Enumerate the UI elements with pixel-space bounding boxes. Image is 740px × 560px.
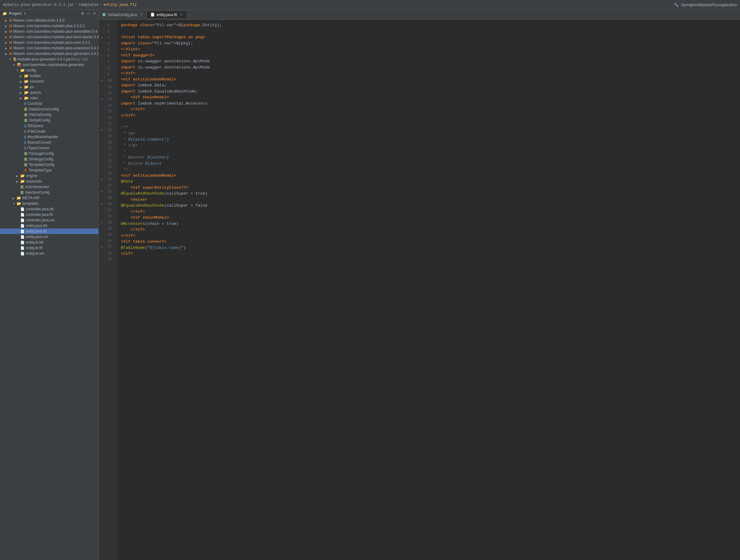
tree-arrow-maven-generator[interactable]: ▶ bbox=[5, 52, 9, 56]
tree-item-META-INF[interactable]: ▶📂META-INF bbox=[0, 195, 98, 201]
tree-arrow-maven-core[interactable]: ▶ bbox=[5, 41, 9, 44]
line-num-19: 19 bbox=[107, 133, 115, 139]
tree-icon-controller-btl: 📄 bbox=[20, 207, 25, 211]
tree-arrow-keywords[interactable]: ▶ bbox=[16, 180, 20, 183]
tab-entityftl[interactable]: 📄entity.java.ftl✕ bbox=[147, 11, 187, 18]
tree-arrow-maven-plus[interactable]: ▶ bbox=[5, 24, 9, 28]
tree-item-rules[interactable]: ▶📂rules bbox=[0, 95, 98, 101]
line-num-17: 17 bbox=[107, 121, 115, 127]
fold-35 bbox=[99, 232, 104, 238]
tree-arrow-META-INF[interactable]: ▶ bbox=[12, 196, 17, 200]
tree-item-keywords[interactable]: ▶📂keywords bbox=[0, 179, 98, 184]
tree-arrow-pkg-generator[interactable]: ▼ bbox=[12, 63, 17, 67]
line-num-27: 27 bbox=[107, 183, 115, 189]
tree-arrow-builder[interactable]: ▶ bbox=[20, 74, 24, 78]
tree-item-engine[interactable]: ▶📂engine bbox=[0, 173, 98, 179]
breadcrumb-file[interactable]: entity.java.ftl bbox=[104, 3, 137, 7]
fold-13: ▼ bbox=[99, 96, 104, 102]
tree-icon-entity-ftl: 📄 bbox=[20, 229, 25, 234]
tree-item-builder[interactable]: ▶📂builder bbox=[0, 73, 98, 79]
tree-arrow-maven-boot[interactable]: ▶ bbox=[5, 35, 9, 39]
tree-item-IDbQuery[interactable]: IIDbQuery bbox=[0, 123, 98, 128]
tree-item-config[interactable]: ▼📂config bbox=[0, 68, 98, 73]
tab-close-entityftl[interactable]: ✕ bbox=[180, 13, 183, 17]
folder-icon: 📁 bbox=[2, 11, 7, 16]
tree-item-pkg-generator[interactable]: ▼📦com.baomidou.mybatisplus.generator bbox=[0, 62, 98, 68]
tree-item-maven-annotation[interactable]: ▶MMaven: com.baomidou:mybatis-plus-annot… bbox=[0, 29, 98, 34]
tree-item-converts[interactable]: ▶📂converts bbox=[0, 79, 98, 84]
tree-item-GlobalConfig[interactable]: CGlobalConfig bbox=[0, 117, 98, 123]
tree-item-FileOutConfig[interactable]: CFileOutConfig bbox=[0, 112, 98, 117]
tree-item-maven-plus[interactable]: ▶MMaven: com.baomidou:mybatis-plus:3.4.3… bbox=[0, 23, 98, 29]
fold-3: ▼ bbox=[99, 34, 104, 41]
tree-item-TemplateConfig[interactable]: CTemplateConfig bbox=[0, 162, 98, 168]
code-line-7: import io.swagger.annotations.ApiMode bbox=[121, 58, 736, 65]
tree-item-StrategyConfig[interactable]: CStrategyConfig bbox=[0, 156, 98, 162]
tree-item-controller-btl[interactable]: 📄controller.java.btl bbox=[0, 206, 98, 212]
fold-2 bbox=[99, 28, 104, 34]
tree-item-controller-vm[interactable]: 📄controller.java.vm bbox=[0, 217, 98, 223]
tree-icon-pkg-generator: 📦 bbox=[17, 63, 21, 67]
tree-arrow-templates[interactable]: ▼ bbox=[12, 202, 17, 205]
fold-19 bbox=[99, 133, 104, 139]
tree-item-TemplateType[interactable]: ETemplateType bbox=[0, 168, 98, 173]
tab-globalconfig[interactable]: CGlobalConfig.java✕ bbox=[99, 11, 147, 18]
tree-arrow-po[interactable]: ▶ bbox=[20, 85, 24, 89]
line-num-33: 33 bbox=[107, 219, 115, 226]
tree-item-maven-tools[interactable]: ▶MMaven: com.alibaba.tools:1.8.0 bbox=[0, 18, 98, 23]
tree-item-maven-extension[interactable]: ▶MMaven: com.baomidou:mybatis-plus-exten… bbox=[0, 45, 98, 51]
code-line-33: <#if chainModel> bbox=[121, 215, 736, 221]
tree-icon-entity-kt-ftl: 📄 bbox=[20, 246, 25, 250]
tree-item-querys[interactable]: ▶📂querys bbox=[0, 90, 98, 95]
tree-item-entity-vm[interactable]: 📄entity.java.vm bbox=[0, 234, 98, 240]
tree-item-PackageConfig[interactable]: CPackageConfig bbox=[0, 151, 98, 156]
code-line-22: * bbox=[121, 149, 736, 155]
tree-item-maven-boot[interactable]: ▶MMaven: com.baomidou:mybatis-plus-boot-… bbox=[0, 34, 98, 40]
tree-arrow-maven-extension[interactable]: ▶ bbox=[5, 46, 9, 50]
gear-icon[interactable]: ⚙ bbox=[81, 11, 84, 16]
tree-container[interactable]: ▶MMaven: com.alibaba.tools:1.8.0▶MMaven:… bbox=[0, 18, 98, 560]
line-num-1: 1 bbox=[107, 22, 115, 28]
breadcrumb-jar[interactable]: mybatis-plus-generator-3.4.1.jar bbox=[3, 3, 74, 7]
tree-text-controller-btl: controller.java.btl bbox=[26, 207, 54, 211]
tree-item-entity-kt-ftl[interactable]: 📄entity.kt.ftl bbox=[0, 245, 98, 251]
breadcrumb-folder[interactable]: templates bbox=[79, 3, 99, 7]
tree-arrow-jar-root[interactable]: ▼ bbox=[9, 58, 13, 61]
line-num-24: 24 bbox=[107, 164, 115, 170]
tree-item-InjectionConfig[interactable]: CInjectionConfig bbox=[0, 190, 98, 195]
tree-item-maven-generator[interactable]: ▶MMaven: com.baomidou:mybatis-plus-gener… bbox=[0, 51, 98, 57]
project-dropdown-icon[interactable]: ▼ bbox=[23, 12, 27, 15]
tree-arrow-config[interactable]: ▼ bbox=[16, 69, 20, 72]
collapse-icon[interactable]: — bbox=[87, 11, 90, 16]
tree-item-po[interactable]: ▶📂po bbox=[0, 84, 98, 90]
tree-item-entity-btl[interactable]: 📄entity.java.btl bbox=[0, 223, 98, 228]
tree-item-ConstVal[interactable]: IConstVal bbox=[0, 101, 98, 106]
tree-item-DataSourceConfig[interactable]: CDataSourceConfig bbox=[0, 106, 98, 112]
tree-item-entity-kt-btl[interactable]: 📄entity.kt.btl bbox=[0, 240, 98, 245]
tree-arrow-maven-tools[interactable]: ▶ bbox=[5, 19, 9, 22]
tree-item-maven-core[interactable]: ▶MMaven: com.baomidou:mybatis-plus-core:… bbox=[0, 40, 98, 45]
tree-item-IFileCreate[interactable]: IIFileCreate bbox=[0, 128, 98, 134]
tree-item-templates[interactable]: ▼📂templates bbox=[0, 201, 98, 206]
tree-arrow-converts[interactable]: ▶ bbox=[20, 80, 24, 83]
tree-item-INameConvert[interactable]: IINameConvert bbox=[0, 140, 98, 145]
tree-suffix-jar-root: library root bbox=[70, 57, 88, 61]
tree-arrow-engine[interactable]: ▶ bbox=[16, 174, 20, 178]
tree-item-IKeyWordsHandler[interactable]: IIKeyWordsHandler bbox=[0, 134, 98, 140]
tree-item-entity-ftl[interactable]: 📄entity.java.ftl bbox=[0, 228, 98, 234]
tree-arrow-querys[interactable]: ▶ bbox=[20, 91, 24, 94]
tree-arrow-rules[interactable]: ▶ bbox=[20, 97, 24, 100]
code-area[interactable]: package class="ftl-var">${package.Entity… bbox=[117, 20, 740, 560]
fold-39 bbox=[99, 257, 104, 263]
tree-item-ITypeConvert[interactable]: IITypeConvert bbox=[0, 145, 98, 151]
tree-item-controller-ftl[interactable]: 📄controller.java.ftl bbox=[0, 212, 98, 217]
line-num-25: 25 bbox=[107, 170, 115, 176]
tab-close-globalconfig[interactable]: ✕ bbox=[140, 13, 143, 17]
tree-item-entity-kt-vm[interactable]: 📄entity.kt.vm bbox=[0, 251, 98, 256]
tree-arrow-maven-annotation[interactable]: ▶ bbox=[5, 30, 9, 33]
close-icon[interactable]: ✕ bbox=[93, 11, 96, 16]
tree-text-controller-vm: controller.java.vm bbox=[26, 218, 55, 222]
tree-item-jar-root[interactable]: ▼🗜mybatis-plus-generator-3.4.1.jar libra… bbox=[0, 57, 98, 62]
tree-item-AutoGenerator[interactable]: CAutoGenerator bbox=[0, 184, 98, 190]
header-icons: ⚙ — ✕ bbox=[81, 11, 96, 16]
